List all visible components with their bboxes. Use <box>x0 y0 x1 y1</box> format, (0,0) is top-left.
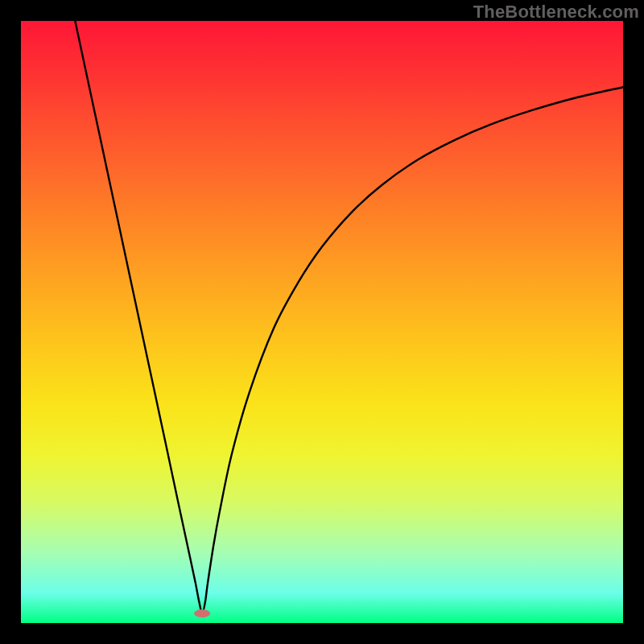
chart-frame: TheBottleneck.com <box>0 0 644 644</box>
optimum-marker <box>194 609 210 617</box>
watermark-text: TheBottleneck.com <box>473 2 639 23</box>
chart-plot-area <box>21 21 623 623</box>
bottleneck-curve <box>21 21 623 623</box>
